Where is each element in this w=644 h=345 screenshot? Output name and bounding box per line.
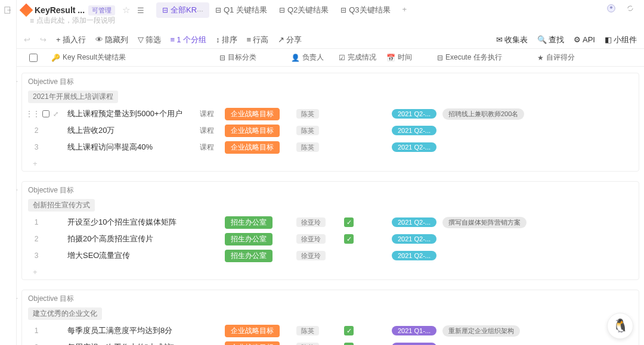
cell-kr[interactable]: 线上营收20万 (51, 125, 225, 136)
expand-row-icon[interactable]: ⤢ (53, 110, 58, 118)
toolbar-小组件[interactable]: ◧ 小组件 (605, 35, 637, 45)
avatar-icon[interactable] (607, 4, 619, 16)
cell-kr[interactable]: 拍摄20个高质招生宣传片 (51, 234, 225, 244)
table-row[interactable]: ⋮⋮ ⤢线上课程预定量达到5000+个用户课程企业战略目标陈英2021 Q2-.… (22, 105, 639, 122)
cell-owner[interactable]: 陈英 (296, 142, 344, 152)
objective-tag[interactable]: 建立优秀的企业文化 (28, 307, 102, 320)
group-header[interactable]: ▼Objective 目标 (22, 182, 639, 199)
cell-kr[interactable]: 每季度员工满意度平均达到8分 (51, 325, 225, 336)
cell-category[interactable]: 企业战略目标 (225, 108, 296, 120)
add-row[interactable]: + (22, 264, 639, 279)
expand-icon[interactable] (3, 5, 14, 15)
row-index: 3 (22, 251, 51, 260)
cell-owner[interactable]: 徐亚玲 (296, 251, 344, 260)
group-header[interactable]: ▼Objective 目标 (22, 73, 639, 91)
table-row[interactable]: 2线上营收20万课程企业战略目标陈英2021 Q2-... (22, 122, 639, 139)
cell-time[interactable]: 2021 Q2-... (392, 126, 442, 135)
select-all[interactable] (29, 54, 38, 62)
cell-category[interactable]: 企业战略目标 (225, 125, 296, 137)
table-row[interactable]: 3线上课程访问率提高40%课程企业战略目标陈英2021 Q2-... (22, 139, 639, 156)
cell-done[interactable]: ✓ (344, 217, 392, 228)
group: ▼Objective 目标2021年开展线上培训课程⋮⋮ ⤢线上课程预定量达到5… (21, 73, 639, 172)
cell-owner[interactable]: 陈英 (296, 109, 344, 119)
col-owner[interactable]: 👤 负责人 (291, 52, 339, 63)
col-execute[interactable]: ⊟ Execute 任务执行 (437, 52, 537, 63)
cell-time[interactable]: 2021 Q2-... (392, 251, 442, 260)
cell-time[interactable]: 2021 Q1-... (392, 343, 442, 345)
cell-category[interactable]: 招生办公室 (225, 250, 296, 262)
cell-owner[interactable]: 徐亚玲 (296, 234, 344, 244)
mascot-icon[interactable]: 🐧 (607, 313, 633, 339)
toolbar-API[interactable]: ⚙ API (574, 35, 595, 45)
cell-kr[interactable]: 线上课程访问率提高40% (51, 142, 225, 153)
cell-time[interactable]: 2021 Q1-... (392, 326, 442, 335)
group-header[interactable]: ▼Objective 目标 (22, 290, 639, 307)
cell-owner[interactable]: 陈英 (296, 326, 344, 335)
add-tab[interactable]: + (397, 2, 413, 18)
col-category[interactable]: ⊟ 目标分类 (219, 52, 291, 63)
column-header: 🔑 Key Result关键结果 ⊟ 目标分类 👤 负责人 ☑ 完成情况 📅 时… (17, 49, 644, 67)
col-time[interactable]: 📅 时间 (386, 52, 437, 63)
cell-execute[interactable]: 重新厘定企业组织架构 (442, 325, 543, 337)
toolbar-插入行[interactable]: + 插入行 (56, 35, 86, 45)
table-row[interactable]: 2每周庆祝一次工作上的"小成就"企业战略目标陈英✓2021 Q1-... (22, 339, 639, 345)
col-kr[interactable]: 🔑 Key Result关键结果 (45, 52, 219, 63)
col-done[interactable]: ☑ 完成情况 (339, 52, 386, 63)
add-row[interactable]: + (22, 156, 639, 171)
objective-tag[interactable]: 2021年开展线上培训课程 (28, 91, 118, 103)
row-handle[interactable]: ⋮⋮ (22, 110, 51, 118)
cell-time[interactable]: 2021 Q2-... (392, 109, 442, 119)
cell-category[interactable]: 企业战略目标 (225, 341, 296, 346)
cell-time[interactable]: 2021 Q2-... (392, 142, 442, 152)
toolbar-1 个分组[interactable]: ≡ 1 个分组 (171, 35, 206, 45)
cell-category[interactable]: 招生办公室 (225, 233, 296, 245)
table-row[interactable]: 1每季度员工满意度平均达到8分企业战略目标陈英✓2021 Q1-...重新厘定企… (22, 322, 639, 339)
cell-owner[interactable]: 陈英 (296, 343, 344, 345)
row-index: 1 (22, 327, 51, 335)
cell-category[interactable]: 企业战略目标 (225, 141, 296, 154)
cell-owner[interactable]: 徐亚玲 (296, 217, 344, 227)
cell-owner[interactable]: 陈英 (296, 126, 344, 135)
menu-icon[interactable]: ☰ (137, 6, 144, 15)
row-index: 1 (22, 218, 51, 226)
tab-全部KR[interactable]: ⊟全部KR ··· (156, 2, 209, 18)
cell-category[interactable]: 招生办公室 (225, 216, 296, 229)
view-tabs: ⊟全部KR ···⊟Q1 关键结果⊟Q2关键结果⊟Q3关键结果+ (156, 2, 413, 18)
cell-done[interactable]: ✓ (344, 343, 392, 345)
cell-kr[interactable]: 开设至少10个招生宣传媒体矩阵 (51, 217, 225, 228)
toolbar-排序[interactable]: ↕ 排序 (216, 35, 237, 45)
toolbar-查找[interactable]: 🔍 查找 (537, 35, 564, 45)
manage-tag[interactable]: 可管理 (88, 5, 115, 15)
cell-kr[interactable]: 每周庆祝一次工作上的"小成就" (51, 342, 225, 345)
toolbar-分享[interactable]: ↗ 分享 (278, 35, 302, 45)
cell-done[interactable]: ✓ (344, 326, 392, 336)
tab-Q3关键结果[interactable]: ⊟Q3关键结果 (335, 2, 396, 18)
subtitle[interactable]: ≡ 点击此处，添加一段说明 (30, 15, 115, 26)
toolbar-筛选[interactable]: ▽ 筛选 (138, 35, 161, 45)
tab-Q2关键结果[interactable]: ⊟Q2关键结果 (273, 2, 335, 18)
cell-category[interactable]: 企业战略目标 (225, 325, 296, 337)
tab-Q1 关键结果[interactable]: ⊟Q1 关键结果 (209, 2, 273, 18)
cell-time[interactable]: 2021 Q2-... (392, 217, 442, 227)
toolbar-隐藏列[interactable]: 👁 隐藏列 (95, 35, 128, 45)
toolbar-收集表[interactable]: ✉ 收集表 (496, 35, 528, 45)
col-score[interactable]: ★ 自评得分 (537, 52, 644, 63)
row-index: 3 (22, 143, 51, 151)
table-row[interactable]: 1开设至少10个招生宣传媒体矩阵招生办公室徐亚玲✓2021 Q2-...撰写自媒… (22, 214, 639, 231)
star-icon[interactable]: ☆ (122, 5, 130, 15)
cell-kr[interactable]: 增大SEO流量宣传 (51, 250, 225, 261)
cell-execute[interactable]: 撰写自媒体矩阵营销方案 (442, 217, 543, 228)
forward-icon[interactable]: ↪ (40, 35, 47, 44)
back-icon[interactable]: ↩ (24, 35, 30, 44)
objective-tag[interactable]: 创新招生宣传方式 (28, 199, 95, 212)
cell-done[interactable]: ✓ (344, 234, 392, 244)
row-index: 2 (22, 126, 51, 135)
cell-execute[interactable]: 招聘线上兼职教师200名 (442, 108, 543, 120)
sync-icon[interactable] (626, 4, 638, 16)
cell-time[interactable]: 2021 Q2-... (392, 234, 442, 244)
toolbar-行高[interactable]: ≡ 行高 (247, 35, 269, 45)
page-title: KeyResult ... (35, 5, 85, 15)
cell-kr[interactable]: 线上课程预定量达到5000+个用户 (51, 108, 225, 119)
table-row[interactable]: 3增大SEO流量宣传招生办公室徐亚玲2021 Q2-... (22, 247, 639, 264)
table-row[interactable]: 2拍摄20个高质招生宣传片招生办公室徐亚玲✓2021 Q2-... (22, 231, 639, 247)
